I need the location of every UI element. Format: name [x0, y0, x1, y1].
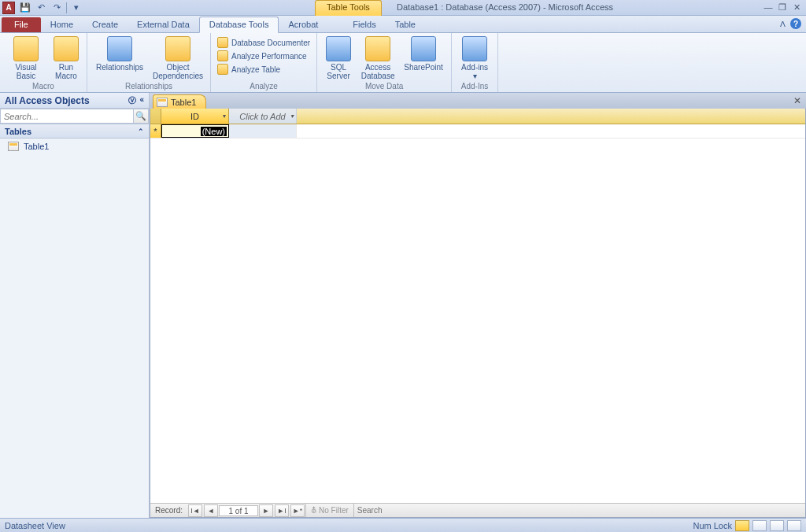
title-bar: A 💾 ↶ ↷ ▾ Table Tools Database1 : Databa… [0, 0, 806, 16]
record-label: Record: [150, 506, 187, 515]
analyze-performance-button[interactable]: Analyze Performance [216, 50, 312, 62]
column-header-add[interactable]: Click to Add ▾ [229, 109, 297, 124]
group-label: Relationships [92, 82, 205, 92]
nav-item-label: Table1 [24, 142, 49, 151]
view-button-4[interactable] [787, 520, 801, 531]
nav-header-label: All Access Objects [5, 95, 90, 106]
ribbon: Visual Basic Run Macro Macro Relationshi… [0, 33, 806, 93]
group-addins: Add-ins▾ Add-Ins [452, 33, 498, 92]
sql-server-button[interactable]: SQL Server [322, 35, 355, 80]
view-button-3[interactable] [770, 520, 784, 531]
document-close-icon[interactable]: ✕ [793, 95, 801, 106]
row-selector[interactable]: * [150, 124, 161, 138]
tab-acrobat[interactable]: Acrobat [279, 17, 327, 32]
first-record-button[interactable]: I◄ [188, 504, 202, 517]
group-label: Add-Ins [457, 82, 493, 92]
group-label: Analyze [216, 82, 312, 92]
undo-icon[interactable]: ↶ [35, 2, 47, 14]
quick-access-toolbar: 💾 ↶ ↷ ▾ [19, 2, 83, 14]
cell-id-new[interactable]: (New) [161, 124, 229, 138]
document-tab-table1[interactable]: Table1 [153, 94, 206, 109]
filter-indicator[interactable]: ⛢No Filter [305, 504, 353, 517]
record-position[interactable]: 1 of 1 [219, 505, 258, 516]
access-database-button[interactable]: Access Database [358, 35, 397, 80]
group-relationships: Relationships Object Dependencies Relati… [87, 33, 211, 92]
new-record-button[interactable]: ►* [290, 504, 305, 517]
help-area: ᐱ ? [780, 18, 801, 29]
group-move-data: SQL Server Access Database SharePoint Mo… [317, 33, 452, 92]
restore-icon[interactable]: ❐ [776, 2, 789, 13]
run-macro-button[interactable]: Run Macro [50, 35, 82, 80]
next-record-button[interactable]: ► [259, 504, 273, 517]
table-icon [157, 98, 168, 107]
filter-icon: ⛢ [311, 506, 316, 515]
minimize-icon[interactable]: — [762, 2, 775, 13]
window-title: Database1 : Database (Access 2007) - Mic… [397, 2, 613, 12]
grid-row-new: * (New) [150, 124, 805, 139]
tab-fields[interactable]: Fields [343, 17, 385, 32]
window-controls: — ❐ ✕ [762, 2, 806, 13]
column-label: ID [190, 112, 199, 121]
select-all-cell[interactable] [150, 109, 161, 124]
status-numlock: Num Lock [693, 521, 732, 530]
nav-item-table1[interactable]: Table1 [0, 139, 149, 154]
status-bar: Datasheet View Num Lock [0, 518, 806, 532]
save-icon[interactable]: 💾 [19, 2, 31, 14]
ribbon-tabs: File Home Create External Data Database … [0, 16, 806, 33]
nav-search-row: 🔍 [0, 109, 149, 124]
prev-record-button[interactable]: ◄ [204, 504, 218, 517]
table-icon [8, 142, 19, 151]
sharepoint-button[interactable]: SharePoint [401, 35, 446, 72]
tab-home[interactable]: Home [41, 17, 83, 32]
column-header-id[interactable]: ID ▾ [161, 109, 229, 124]
document-tabs: Table1 ✕ [150, 93, 806, 109]
group-label: Move Data [322, 82, 446, 92]
record-navigator: Record: I◄ ◄ 1 of 1 ► ►I ►* ⛢No Filter [150, 503, 805, 517]
datasheet-view-button[interactable] [735, 520, 749, 531]
qat-dropdown-icon[interactable]: ▾ [70, 2, 83, 14]
visual-basic-button[interactable]: Visual Basic [5, 35, 47, 80]
nav-collapse-icon[interactable]: « [139, 95, 144, 106]
status-view-label: Datasheet View [5, 521, 65, 530]
document-area: Table1 ✕ ID ▾ Click to Add ▾ * (New) [150, 93, 806, 518]
search-icon[interactable]: 🔍 [133, 109, 149, 124]
analyze-table-button[interactable]: Analyze Table [216, 63, 312, 76]
contextual-tab-tabletools: Table Tools [315, 0, 382, 16]
help-icon[interactable]: ? [790, 18, 801, 29]
column-dropdown-icon[interactable]: ▾ [290, 113, 294, 120]
column-label: Click to Add [239, 112, 285, 121]
group-label: Macro [5, 82, 82, 92]
design-view-button[interactable] [752, 520, 767, 531]
database-documenter-button[interactable]: Database Documenter [216, 36, 312, 49]
nav-category-tables[interactable]: Tables ⌃ [0, 124, 149, 139]
tab-database-tools[interactable]: Database Tools [199, 17, 279, 33]
datasheet: ID ▾ Click to Add ▾ * (New) Record: I◄ ◄ [150, 109, 806, 518]
close-icon[interactable]: ✕ [790, 2, 803, 13]
main-area: All Access Objects ⓥ « 🔍 Tables ⌃ Table1… [0, 93, 806, 518]
nav-category-label: Tables [5, 127, 31, 136]
nav-search-input[interactable] [0, 109, 133, 124]
group-analyze: Database Documenter Analyze Performance … [211, 33, 317, 92]
last-record-button[interactable]: ►I [275, 504, 289, 517]
nav-dropdown-icon[interactable]: ⓥ [128, 95, 136, 106]
tab-create[interactable]: Create [83, 17, 128, 32]
redo-icon[interactable]: ↷ [50, 2, 63, 14]
separator [66, 2, 67, 13]
app-icon: A [2, 2, 15, 14]
chevron-up-icon: ⌃ [138, 127, 144, 135]
group-macro: Visual Basic Run Macro Macro [0, 33, 87, 92]
cell-add[interactable] [229, 124, 297, 138]
grid-header: ID ▾ Click to Add ▾ [150, 109, 805, 124]
navigation-pane: All Access Objects ⓥ « 🔍 Tables ⌃ Table1 [0, 93, 150, 518]
relationships-button[interactable]: Relationships [92, 35, 147, 72]
record-search-input[interactable] [353, 504, 416, 517]
tab-table[interactable]: Table [386, 17, 425, 32]
nav-header[interactable]: All Access Objects ⓥ « [0, 93, 149, 109]
column-dropdown-icon[interactable]: ▾ [223, 113, 226, 120]
document-tab-label: Table1 [171, 98, 196, 107]
tab-file[interactable]: File [2, 17, 41, 32]
tab-external-data[interactable]: External Data [128, 17, 199, 32]
object-dependencies-button[interactable]: Object Dependencies [150, 35, 205, 80]
minimize-ribbon-icon[interactable]: ᐱ [780, 20, 786, 28]
addins-button[interactable]: Add-ins▾ [457, 35, 493, 80]
